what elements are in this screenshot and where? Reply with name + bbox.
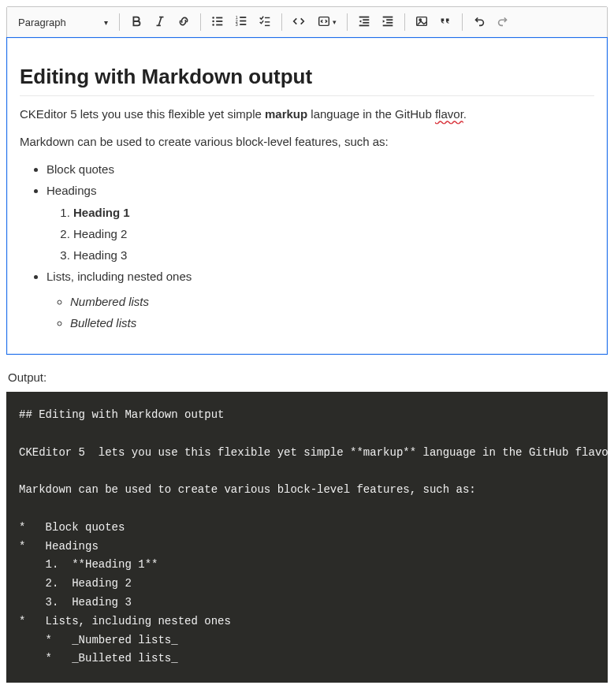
numbered-list-icon: 123: [234, 14, 248, 31]
code-icon: [292, 14, 306, 31]
indent-button[interactable]: [376, 10, 400, 34]
blockquote-icon: [438, 14, 452, 31]
todo-list-icon: [258, 14, 272, 31]
link-button[interactable]: [172, 10, 195, 34]
svg-rect-6: [216, 17, 222, 18]
output-label: Output:: [8, 370, 608, 384]
code-button[interactable]: [287, 10, 311, 34]
svg-rect-27: [383, 24, 393, 26]
list-item: Bulleted lists: [70, 314, 594, 332]
svg-rect-20: [363, 19, 369, 20]
bulleted-list: Numbered lists Bulleted lists: [47, 292, 594, 333]
bulleted-list-icon: [210, 14, 225, 31]
heading-dropdown[interactable]: Paragraph ▾: [12, 11, 114, 33]
bold-text: Heading 1: [73, 206, 130, 219]
text: .: [463, 107, 467, 121]
italic-text: Numbered lists: [70, 295, 149, 308]
svg-point-30: [419, 19, 421, 20]
outdent-icon: [357, 14, 371, 31]
blockquote-button[interactable]: [434, 10, 457, 34]
list-item: Numbered lists: [70, 292, 594, 311]
toolbar: Paragraph ▾ 123 ▾: [7, 7, 607, 38]
svg-rect-24: [383, 16, 393, 17]
undo-icon: [472, 14, 486, 31]
text: language in the GitHub: [307, 107, 435, 121]
redo-button[interactable]: [491, 10, 515, 34]
heading-dropdown-label: Paragraph: [18, 17, 66, 28]
italic-text: Bulleted lists: [70, 316, 136, 330]
svg-text:3: 3: [236, 22, 238, 27]
paragraph: CKEditor 5 lets you use this flexible ye…: [20, 106, 594, 124]
heading-2: Editing with Markdown output: [20, 65, 594, 96]
bold-icon: [129, 14, 143, 31]
text: Headings: [47, 184, 96, 197]
svg-point-4: [212, 20, 214, 22]
list-item: Heading 1: [73, 203, 594, 222]
bold-button[interactable]: [125, 10, 148, 34]
outdent-button[interactable]: [352, 10, 376, 34]
image-icon: [415, 14, 429, 31]
toolbar-separator: [462, 13, 463, 31]
svg-rect-8: [216, 24, 222, 25]
editor-content-area[interactable]: Editing with Markdown output CKEditor 5 …: [6, 37, 608, 355]
codeblock-icon: [317, 14, 331, 31]
toolbar-separator: [347, 13, 348, 31]
toolbar-separator: [281, 13, 282, 31]
svg-line-2: [158, 17, 162, 25]
svg-rect-26: [386, 21, 393, 23]
spellcheck-error: flavor: [435, 107, 463, 121]
redo-icon: [496, 14, 510, 31]
toolbar-separator: [200, 13, 201, 31]
svg-rect-22: [359, 24, 370, 26]
svg-point-3: [212, 17, 214, 19]
bulleted-list: Block quotes Headings Heading 1 Heading …: [20, 160, 594, 332]
list-item: Heading 2: [73, 225, 594, 243]
image-button[interactable]: [410, 10, 434, 34]
svg-marker-23: [359, 20, 362, 23]
list-item: Lists, including nested ones Numbered li…: [47, 267, 594, 332]
toolbar-separator: [119, 13, 120, 31]
chevron-down-icon: ▾: [104, 18, 108, 27]
svg-rect-25: [386, 19, 393, 20]
toolbar-separator: [404, 13, 405, 31]
codeblock-dropdown-button[interactable]: ▾: [311, 10, 342, 34]
list-item: Block quotes: [47, 160, 594, 178]
svg-rect-21: [363, 21, 369, 23]
editor-container: Paragraph ▾ 123 ▾: [6, 6, 608, 355]
svg-rect-7: [216, 20, 222, 22]
chevron-down-icon: ▾: [333, 18, 337, 26]
undo-button[interactable]: [467, 10, 491, 34]
svg-marker-28: [383, 20, 385, 23]
indent-icon: [381, 14, 395, 31]
paragraph: Markdown can be used to create various b…: [20, 133, 594, 151]
italic-button[interactable]: [148, 10, 172, 34]
output-markdown: ## Editing with Markdown output CKEditor…: [6, 392, 608, 683]
list-item: Heading 3: [73, 246, 594, 264]
list-item: Headings Heading 1 Heading 2 Heading 3: [47, 181, 594, 264]
svg-rect-19: [359, 16, 370, 17]
svg-rect-12: [240, 17, 246, 18]
todo-list-button[interactable]: [253, 10, 277, 34]
text: Lists, including nested ones: [47, 270, 192, 283]
link-icon: [177, 14, 191, 31]
text: CKEditor 5 lets you use this flexible ye…: [20, 107, 265, 121]
bulleted-list-button[interactable]: [206, 10, 229, 34]
bold-text: markup: [265, 107, 307, 121]
italic-icon: [153, 14, 167, 31]
numbered-list-button[interactable]: 123: [229, 10, 253, 34]
svg-rect-14: [240, 24, 246, 25]
svg-point-5: [212, 24, 214, 26]
numbered-list: Heading 1 Heading 2 Heading 3: [47, 203, 594, 265]
svg-rect-13: [240, 20, 246, 21]
